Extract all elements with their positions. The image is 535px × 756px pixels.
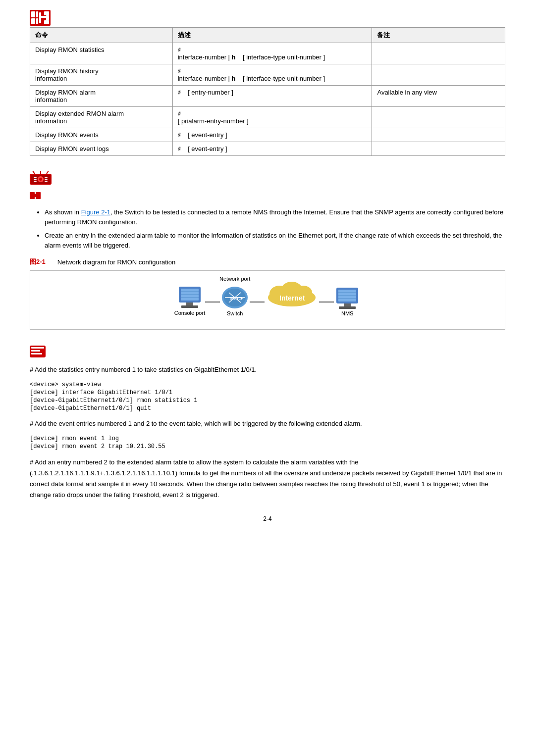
svg-point-13: [39, 178, 42, 181]
svg-rect-25: [32, 194, 39, 197]
table-cell-desc: Display RMON alarminformation: [30, 86, 173, 107]
subsection-icon: [30, 192, 41, 199]
subsection-label: [30, 192, 505, 201]
svg-rect-32: [181, 305, 198, 308]
code-line-4: [device-GigabitEthernet1/0/1] quit: [30, 405, 505, 412]
connector2: [250, 302, 265, 302]
table-cell-note: Available in any view: [372, 86, 505, 107]
bullet-list: As shown in Figure 2-1, the Switch to be…: [45, 207, 505, 250]
command-table: 命令 描述 备注 Display RMON statistics ♯ inter…: [30, 27, 505, 156]
table-row: Display RMON event logs ♯ [ event-entry …: [30, 142, 505, 156]
code-line-1: <device> system-view: [30, 381, 505, 388]
figure-label: 图2-1 Network diagram for RMON configurat…: [30, 257, 505, 266]
internet-cloud-icon: Internet: [265, 279, 319, 308]
nms-label: NMS: [341, 310, 353, 316]
table-row: Display extended RMON alarminformation ♯…: [30, 107, 505, 128]
svg-line-20: [33, 171, 35, 174]
code-line-5: [device] rmon event 1 log: [30, 435, 505, 442]
table-row: Display RMON historyinformation ♯ interf…: [30, 64, 505, 86]
figure-title: Network diagram for RMON configuration: [57, 258, 175, 266]
bullet-text: Create an entry in the extended alarm ta…: [45, 232, 502, 249]
list-item: Create an entry in the extended alarm ta…: [45, 231, 505, 250]
computer-icon: [176, 286, 203, 309]
network-diagram: Console port SWITCH Switch Network port: [30, 270, 505, 330]
router-icon: [30, 171, 52, 188]
svg-rect-18: [45, 179, 48, 180]
section3-icon: [30, 345, 505, 360]
svg-rect-1: [31, 11, 35, 17]
table-header-note: 备注: [372, 28, 505, 43]
switch-icon: SWITCH: [220, 285, 250, 310]
table-cell-desc: Display RMON historyinformation: [30, 64, 173, 86]
svg-rect-17: [45, 177, 48, 178]
table-header-command: 命令: [30, 28, 173, 43]
table-cell-note: [372, 128, 505, 142]
svg-rect-19: [45, 181, 48, 182]
network-port-label: Network port: [219, 276, 250, 282]
table-row: Display RMON events ♯ [ event-entry ]: [30, 128, 505, 142]
console-node: Console port: [174, 286, 205, 316]
table-cell-note: [372, 142, 505, 156]
logo-area: [30, 10, 505, 27]
svg-line-22: [47, 171, 49, 174]
console-label: Console port: [174, 309, 205, 316]
section2-icon: [30, 171, 505, 189]
connector1: [205, 302, 220, 302]
table-row: Display RMON statistics ♯ interface-numb…: [30, 43, 505, 64]
figure-icon: 图2-1: [30, 257, 46, 266]
list-item: As shown in Figure 2-1, the Switch to be…: [45, 207, 505, 227]
svg-rect-31: [186, 302, 193, 305]
svg-rect-50: [339, 306, 356, 309]
svg-rect-7: [44, 11, 49, 15]
svg-rect-14: [34, 177, 37, 178]
nms-computer-icon: [334, 287, 361, 310]
table-cell-note: [372, 43, 505, 64]
svg-rect-53: [31, 350, 40, 352]
code-comment-2: # Add the event entries numbered 1 and 2…: [30, 419, 505, 429]
table-cell-desc: Display extended RMON alarminformation: [30, 107, 173, 128]
table-cell-cmd: ♯ [ prialarm-entry-number ]: [172, 107, 372, 128]
table-header-desc: 描述: [172, 28, 372, 43]
svg-rect-4: [36, 18, 38, 24]
svg-rect-16: [34, 181, 37, 182]
switch-node: SWITCH Switch Network port: [220, 285, 250, 316]
table-cell-cmd: ♯ interface-number | h [ interface-type …: [172, 43, 372, 64]
h3c-logo-icon: [30, 10, 51, 26]
svg-rect-3: [36, 11, 38, 17]
page-number: 2-4: [30, 515, 505, 522]
main-paragraph: # Add an entry numbered 2 to the extende…: [30, 457, 505, 501]
table-cell-desc: Display RMON events: [30, 128, 173, 142]
svg-text:SWITCH: SWITCH: [230, 297, 244, 300]
table-cell-desc: Display RMON statistics: [30, 43, 173, 64]
code-section: # Add the statistics entry numbered 1 to…: [30, 365, 505, 501]
svg-rect-15: [34, 179, 37, 180]
svg-rect-8: [44, 20, 49, 24]
connector3: [319, 302, 334, 302]
table-cell-note: [372, 64, 505, 86]
figure-link[interactable]: Figure 2-1: [81, 208, 110, 216]
svg-rect-54: [31, 353, 42, 354]
svg-rect-52: [31, 347, 44, 349]
table-cell-cmd: ♯ interface-number | h [ interface-type …: [172, 64, 372, 86]
svg-rect-9: [46, 15, 49, 20]
svg-rect-6: [39, 12, 41, 23]
nms-node: NMS: [334, 287, 361, 316]
svg-rect-2: [31, 18, 35, 24]
switch-label: Switch: [227, 310, 243, 316]
procedure-icon: [30, 345, 46, 358]
table-row: Display RMON alarminformation ♯ [ entry-…: [30, 86, 505, 107]
bullet-text-after: , the Switch to be tested is connected t…: [45, 208, 503, 226]
bullet-text-before: As shown in: [45, 208, 81, 216]
code-line-2: [device] interface GigabitEthernet 1/0/1: [30, 389, 505, 396]
table-cell-cmd: ♯ [ event-entry ]: [172, 128, 372, 142]
table-cell-cmd: ♯ [ entry-number ]: [172, 86, 372, 107]
code-line-6: [device] rmon event 2 trap 10.21.30.55: [30, 443, 505, 450]
code-comment-1: # Add the statistics entry numbered 1 to…: [30, 365, 505, 375]
svg-text:Internet: Internet: [279, 294, 305, 302]
svg-rect-49: [344, 303, 351, 306]
table-cell-note: [372, 107, 505, 128]
internet-node: Internet: [265, 279, 319, 308]
table-cell-desc: Display RMON event logs: [30, 142, 173, 156]
table-cell-cmd: ♯ [ event-entry ]: [172, 142, 372, 156]
code-line-3: [device-GigabitEthernet1/0/1] rmon stati…: [30, 397, 505, 404]
